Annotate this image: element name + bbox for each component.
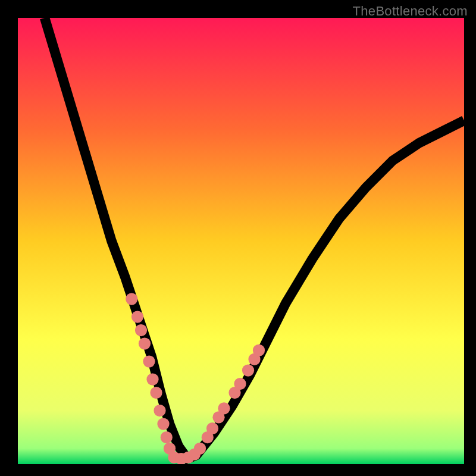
marker-dot <box>131 311 143 322</box>
marker-dot <box>126 293 137 305</box>
marker-dot <box>218 402 230 414</box>
marker-dot <box>150 387 162 399</box>
marker-dot <box>234 378 246 390</box>
marker-dot <box>139 337 151 349</box>
chart-frame: TheBottleneck.com <box>0 0 476 476</box>
marker-dot <box>135 324 147 336</box>
marker-dot <box>154 405 165 416</box>
marker-dot <box>157 418 169 430</box>
marker-dot <box>146 373 158 385</box>
watermark-text: TheBottleneck.com <box>353 4 468 19</box>
marker-dot <box>253 345 265 356</box>
marker-dot <box>242 364 254 376</box>
marker-dot <box>194 443 206 455</box>
chart-canvas <box>18 18 464 464</box>
marker-dot <box>206 422 218 434</box>
marker-dot <box>161 431 173 443</box>
marker-dot <box>143 355 155 367</box>
